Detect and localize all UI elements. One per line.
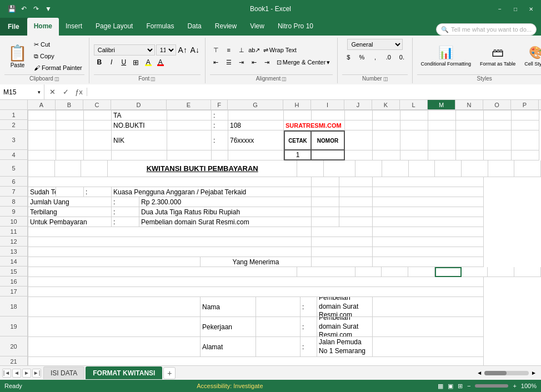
minimize-button[interactable]: − <box>494 3 505 14</box>
cell-c3[interactable] <box>84 130 112 150</box>
cell-d1[interactable]: TA <box>112 110 167 120</box>
redo-qat-button[interactable]: ↷ <box>31 4 41 14</box>
cell-abc18[interactable] <box>28 297 201 317</box>
cell-hi11[interactable] <box>312 227 373 237</box>
cell-p2[interactable] <box>512 120 539 130</box>
cell-a8[interactable]: Jumlah Uang <box>28 197 112 207</box>
conditional-formatting-button[interactable]: 📊 Conditional Formatting <box>417 39 474 73</box>
cell-l2[interactable] <box>400 120 428 130</box>
cell-hi12[interactable] <box>312 237 373 247</box>
orientation-button[interactable]: ab↗ <box>248 44 261 56</box>
increase-indent-button[interactable]: ⇥ <box>261 57 273 68</box>
increase-font-button[interactable]: A↑ <box>177 44 188 56</box>
cell-g18[interactable]: Pembelian domain Surat Resmi.com <box>317 297 373 317</box>
cell-i7[interactable] <box>339 187 373 197</box>
row-header-10[interactable]: 10 <box>0 217 28 227</box>
cell-h6[interactable] <box>312 177 339 187</box>
border-button[interactable]: ⊞ <box>131 57 142 68</box>
percent-button[interactable]: % <box>355 52 368 63</box>
cell-i5[interactable] <box>324 160 355 177</box>
view-layout-icon[interactable]: ▣ <box>448 383 453 390</box>
cell-p5[interactable] <box>514 160 541 177</box>
tab-file[interactable]: File <box>0 18 27 36</box>
cell-f1[interactable]: : <box>212 110 228 120</box>
cell-m5[interactable] <box>435 160 462 177</box>
cell-c9[interactable]: : <box>112 207 139 217</box>
cell-i9[interactable] <box>339 207 373 217</box>
cell-n4[interactable] <box>456 150 484 160</box>
cell-g4[interactable] <box>228 150 284 160</box>
alignment-expand-icon[interactable]: ◫ <box>282 76 287 82</box>
row-header-14[interactable]: 14 <box>0 257 28 267</box>
col-header-d[interactable]: D <box>111 100 167 109</box>
view-page-break-icon[interactable]: ⊞ <box>458 383 463 390</box>
decrease-indent-button[interactable]: ⇤ <box>248 57 261 68</box>
col-header-c[interactable]: C <box>83 100 111 109</box>
cell-hi20[interactable] <box>373 337 484 357</box>
row-header-13[interactable]: 13 <box>0 247 28 257</box>
row-header-9[interactable]: 9 <box>0 207 28 217</box>
cell-m15[interactable] <box>435 267 462 277</box>
row-header-11[interactable]: 11 <box>0 227 28 237</box>
cell-jklmn6[interactable] <box>373 177 484 187</box>
cell-l15[interactable] <box>408 267 435 277</box>
cell-m2[interactable] <box>428 120 456 130</box>
cell-e18[interactable] <box>256 297 300 317</box>
number-expand-icon[interactable]: ◫ <box>383 76 388 82</box>
cell-b5[interactable] <box>55 160 82 177</box>
cell-jklmn8[interactable] <box>373 197 484 207</box>
tab-nitro[interactable]: Nitro Pro 10 <box>271 18 320 36</box>
cell-row12[interactable] <box>28 237 312 247</box>
cell-e20[interactable] <box>256 337 300 357</box>
cell-d2[interactable]: NO.BUKTI <box>112 120 167 130</box>
clipboard-expand-icon[interactable]: ◫ <box>54 76 59 82</box>
insert-function-icon[interactable]: ƒx <box>73 88 84 96</box>
cell-hi18[interactable] <box>373 297 484 317</box>
formula-input[interactable] <box>87 84 541 99</box>
cell-hi14[interactable] <box>312 257 373 267</box>
col-header-f[interactable]: F <box>211 100 228 109</box>
sheet-nav-last[interactable]: ►| <box>32 369 41 378</box>
tab-formulas[interactable]: Formulas <box>139 18 181 36</box>
cell-o15[interactable] <box>488 267 514 277</box>
cell-jklmn14[interactable] <box>373 257 484 267</box>
cell-n2[interactable] <box>456 120 484 130</box>
align-left-button[interactable]: ⇤ <box>210 57 222 68</box>
cell-f20[interactable]: : <box>300 337 317 357</box>
underline-button[interactable]: U <box>118 57 129 68</box>
col-header-j[interactable]: J <box>344 100 372 109</box>
cell-jklmn12[interactable] <box>373 237 484 247</box>
row-header-16[interactable]: 16 <box>0 277 28 287</box>
cell-d9[interactable]: Dua Juta Tiga Ratus Ribu Rupiah <box>139 207 312 217</box>
italic-button[interactable]: I <box>106 57 117 68</box>
cell-d8[interactable]: Rp 2.300.000 <box>139 197 312 207</box>
cell-b4[interactable] <box>56 150 84 160</box>
decrease-decimal-button[interactable]: 0. <box>395 52 408 63</box>
sheet-tab-format[interactable]: FORMAT KWITANSI <box>86 366 162 379</box>
cell-a5[interactable] <box>28 160 55 177</box>
cell-i1[interactable] <box>312 110 345 120</box>
col-header-b[interactable]: B <box>56 100 83 109</box>
cell-j4[interactable] <box>345 150 373 160</box>
scroll-left-button[interactable]: ◄ <box>477 370 482 376</box>
fill-color-button[interactable]: A <box>143 57 154 68</box>
cell-j15[interactable] <box>355 267 382 277</box>
cell-d3[interactable]: NIK <box>112 130 167 150</box>
cell-j3[interactable] <box>345 130 373 150</box>
cell-h2[interactable]: SURATRESMI.COM <box>284 120 345 130</box>
cell-j1[interactable] <box>345 110 373 120</box>
confirm-formula-icon[interactable]: ✓ <box>60 88 71 96</box>
cell-a3[interactable] <box>28 130 56 150</box>
scroll-right-button[interactable]: ► <box>531 370 537 376</box>
close-button[interactable]: ✕ <box>525 3 537 14</box>
cell-i8[interactable] <box>339 197 373 207</box>
cell-jklmn11[interactable] <box>373 227 484 237</box>
cut-button[interactable]: ✂ Cut <box>32 39 84 50</box>
cell-n15[interactable] <box>462 267 488 277</box>
font-family-select[interactable]: Calibri <box>94 44 155 56</box>
view-normal-icon[interactable]: ▦ <box>438 383 443 390</box>
row-header-7[interactable]: 7 <box>0 187 28 197</box>
cell-g3[interactable]: 76xxxxx <box>228 130 284 150</box>
cell-abc20[interactable] <box>28 337 201 357</box>
customize-qat-button[interactable]: ▼ <box>43 4 53 14</box>
